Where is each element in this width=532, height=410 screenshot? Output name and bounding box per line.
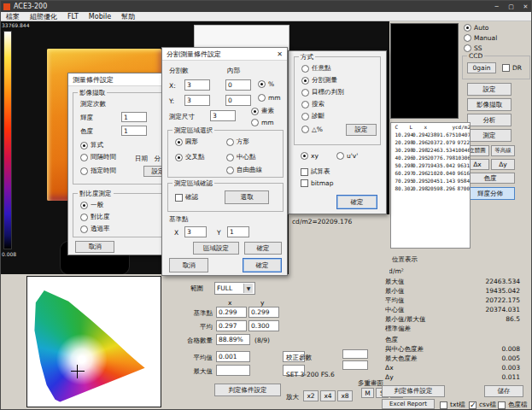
results-table[interactable]: C L x y cd/m2 10.2940.29423891.67510407 … bbox=[390, 122, 471, 249]
analyze-button[interactable]: 分析 bbox=[467, 114, 512, 126]
x-divisions-input[interactable]: 3 bbox=[184, 79, 210, 91]
method-set-button[interactable]: 設定 bbox=[346, 124, 377, 136]
region-setup-button[interactable]: 區域設定 bbox=[193, 242, 239, 255]
method-ok-button[interactable]: 確定 bbox=[336, 195, 377, 209]
color-file-checkbox[interactable]: 色度檔 bbox=[498, 401, 528, 409]
unit-mm-radio[interactable]: mm bbox=[258, 94, 281, 102]
method-percent-radio[interactable]: △% bbox=[301, 126, 323, 133]
menu-mobile[interactable]: Mobile bbox=[89, 13, 111, 20]
menu-config[interactable]: 組態優化 bbox=[30, 12, 57, 21]
calibration-box-1[interactable] bbox=[342, 349, 368, 359]
table-row[interactable]: 20.2980.29620372.0799722 bbox=[391, 138, 470, 146]
table-row[interactable]: 80.3020.29820598.2968700 bbox=[391, 184, 470, 192]
transmittance-radio[interactable]: 透過率 bbox=[80, 225, 110, 233]
menu-help[interactable]: 幫助 bbox=[121, 12, 135, 21]
max-input[interactable] bbox=[216, 365, 250, 376]
lum-count-input[interactable]: 1 bbox=[121, 112, 147, 122]
table-row[interactable]: 30.2980.29822463.53410046 bbox=[391, 146, 470, 154]
auto-mode-radio-icon bbox=[464, 24, 471, 32]
multi-m-button[interactable]: M bbox=[361, 388, 374, 398]
ss-mode-label: SS bbox=[474, 44, 482, 52]
avg-y-input[interactable]: 0.300 bbox=[248, 320, 279, 331]
close-icon[interactable]: ✕ bbox=[518, 1, 532, 12]
y-inner-input[interactable]: 0 bbox=[225, 95, 251, 106]
freeform-radio[interactable]: 自由曲線 bbox=[226, 166, 262, 174]
method-split-radio[interactable]: 分割測量 bbox=[301, 76, 337, 85]
formula-radio[interactable]: 算式 bbox=[80, 141, 103, 149]
settings-button[interactable]: 設定 bbox=[467, 83, 512, 96]
luminance-distribution-button[interactable]: 輝度分佈 bbox=[465, 187, 515, 200]
rect-radio[interactable]: 方形 bbox=[226, 138, 249, 146]
chroma-view-button[interactable]: 色度 bbox=[465, 173, 515, 184]
method-target-radio[interactable]: 目標の判別 bbox=[301, 88, 344, 97]
dialog-close-icon[interactable]: ✕ bbox=[272, 48, 287, 60]
ref-y-input[interactable]: 0.299 bbox=[248, 307, 279, 318]
cie-chromaticity-diagram[interactable] bbox=[26, 276, 161, 407]
unit-mm2-radio[interactable]: mm bbox=[251, 119, 274, 126]
base-x-input[interactable]: 3 bbox=[184, 226, 207, 237]
auto-mode-radio[interactable]: Auto bbox=[464, 24, 488, 32]
table-row[interactable]: 10.2940.29423891.67510407 bbox=[391, 131, 470, 138]
circle-radio[interactable]: 圓形 bbox=[175, 138, 198, 146]
judge-settings-button[interactable]: 判定條件設定 bbox=[214, 384, 281, 396]
sheet-checkbox[interactable]: 試算表 bbox=[301, 167, 330, 176]
zoom-x8-button[interactable]: x8 bbox=[337, 390, 353, 401]
schedule-radio[interactable]: 指定時間 bbox=[80, 167, 116, 175]
maximize-icon[interactable]: ▢ bbox=[504, 1, 518, 12]
contour-button[interactable]: 等高線 bbox=[491, 145, 515, 156]
minimize-icon[interactable]: ─ bbox=[489, 1, 504, 12]
method-anypoint-radio[interactable]: 任意點 bbox=[301, 64, 331, 73]
zoom-x2-button[interactable]: x2 bbox=[303, 390, 319, 401]
excel-report-button[interactable]: Excel Report bbox=[382, 399, 435, 409]
judge-settings-button-right[interactable]: 判定條件設定 bbox=[382, 385, 445, 397]
region-ok-button[interactable]: 確定 bbox=[244, 242, 282, 255]
size-input[interactable]: 3 bbox=[210, 110, 236, 121]
contrast-radio[interactable]: 對比度 bbox=[80, 213, 110, 221]
chroma-count-input[interactable]: 1 bbox=[121, 126, 147, 136]
zoom-x4-button[interactable]: x4 bbox=[320, 390, 336, 401]
y-divisions-input[interactable]: 3 bbox=[184, 95, 210, 106]
calibration-box-2[interactable] bbox=[342, 360, 368, 370]
ref-x-input[interactable]: 0.299 bbox=[216, 307, 247, 318]
txt-file-checkbox[interactable]: txt檔 bbox=[440, 401, 465, 409]
ss-mode-radio[interactable]: SS bbox=[464, 44, 482, 52]
table-row[interactable]: 50.2980.29719435.0429631 bbox=[391, 161, 470, 169]
unit-pixel-radio[interactable]: 畫素 bbox=[251, 107, 274, 115]
avg-x-input[interactable]: 0.297 bbox=[216, 320, 247, 331]
unit-percent-radio[interactable]: % bbox=[258, 80, 274, 88]
menu-file[interactable]: 檔案 bbox=[6, 12, 20, 21]
method-diagnose-radio[interactable]: 診斷 bbox=[301, 112, 324, 120]
bitmap-checkbox[interactable]: bitmap bbox=[301, 179, 333, 187]
mean-input[interactable]: 0.001 bbox=[216, 351, 250, 362]
dr-checkbox[interactable]: DR bbox=[502, 64, 522, 72]
menu-flt[interactable]: FLT bbox=[67, 13, 79, 20]
zero-gain-button[interactable]: 0gain bbox=[467, 62, 496, 73]
capture-thumbnail[interactable] bbox=[390, 23, 459, 119]
table-row[interactable]: 70.2950.29520451.1439584 bbox=[391, 177, 470, 184]
range-select[interactable]: FULL ▼ bbox=[214, 282, 255, 295]
xy-radio[interactable]: xy bbox=[301, 152, 319, 160]
x-inner-input[interactable]: 0 bbox=[225, 79, 251, 91]
measure-cancel-button[interactable]: 取消 bbox=[75, 241, 114, 253]
split-ok-button[interactable]: 確定 bbox=[243, 258, 282, 272]
confirm-checkbox[interactable]: 確認 bbox=[175, 193, 198, 202]
pick-button[interactable]: 選取 bbox=[225, 190, 269, 204]
interval-radio[interactable]: 間隔時間 bbox=[80, 153, 116, 161]
measure-button[interactable]: 測定 bbox=[467, 129, 512, 142]
cross-radio[interactable]: 交叉點 bbox=[175, 153, 205, 161]
method-search-radio[interactable]: 搜索 bbox=[301, 100, 324, 108]
table-row[interactable]: 60.2970.29621020.0409616 bbox=[391, 169, 470, 177]
uv-radio[interactable]: u'v' bbox=[336, 152, 358, 160]
table-row[interactable]: 40.2960.29520776.79810306 bbox=[391, 154, 470, 161]
delta-y-button[interactable]: Δy bbox=[491, 159, 515, 170]
base-y-input[interactable]: 1 bbox=[227, 226, 249, 237]
split-cancel-button[interactable]: 取消 bbox=[169, 258, 208, 272]
dialog-split-title-bar[interactable]: 分割測量條件設定 ✕ bbox=[162, 48, 287, 61]
csv-file-checkbox[interactable]: csv檔 bbox=[469, 401, 496, 409]
pass-rate-input[interactable]: 88.89% bbox=[216, 334, 250, 345]
save-button[interactable]: 儲存 bbox=[484, 385, 523, 397]
manual-mode-radio[interactable]: Manual bbox=[464, 34, 497, 42]
capture-button[interactable]: 影像擷取 bbox=[467, 98, 512, 111]
normal-radio[interactable]: 一般 bbox=[80, 201, 103, 209]
center-radio[interactable]: 中心點 bbox=[226, 153, 256, 161]
